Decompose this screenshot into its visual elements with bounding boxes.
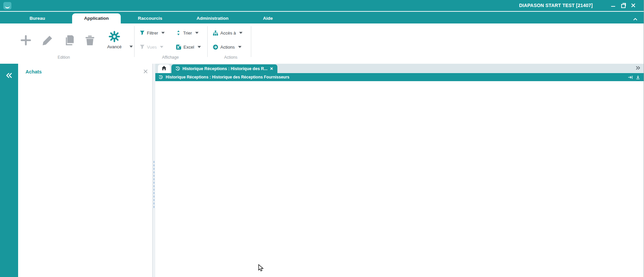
ribbon: Avancé Filtrer Vues Trier Excel Accès à … bbox=[0, 23, 644, 64]
restore-button[interactable] bbox=[620, 2, 626, 8]
edit-button[interactable] bbox=[40, 33, 55, 48]
access-to-button[interactable]: Accès à bbox=[213, 29, 243, 37]
close-button[interactable] bbox=[630, 2, 636, 8]
delete-button[interactable] bbox=[83, 33, 97, 48]
ribbon-separator bbox=[251, 26, 251, 57]
tab-home[interactable] bbox=[158, 64, 170, 73]
menu-tab-raccourcis[interactable]: Raccourcis bbox=[129, 13, 171, 23]
sidebar-title: Achats bbox=[25, 69, 144, 74]
arrow-circle-icon bbox=[213, 44, 218, 50]
history-icon bbox=[159, 75, 163, 79]
menu-tab-aide[interactable]: Aide bbox=[254, 13, 281, 23]
sidebar-panel: Achats bbox=[18, 64, 153, 277]
group-label-actions: Actions bbox=[204, 55, 258, 60]
window-title: DIAPASON START TEST [21407] bbox=[519, 3, 593, 8]
module-rail bbox=[0, 64, 18, 277]
sort-icon bbox=[176, 30, 181, 36]
filter-caret-icon[interactable] bbox=[161, 32, 165, 34]
access-caret-icon[interactable] bbox=[239, 32, 243, 34]
app-window: DIAPASON START TEST [21407] BureauApplic… bbox=[0, 0, 644, 277]
collapse-panel-icon[interactable] bbox=[0, 68, 18, 83]
menu-tab-administration[interactable]: Administration bbox=[188, 13, 237, 23]
document-tab-bar: Historique Réceptions : Historique des R… bbox=[155, 64, 644, 73]
menu-tab-bureau[interactable]: Bureau bbox=[21, 13, 54, 23]
excel-icon bbox=[176, 44, 181, 50]
advanced-caret-icon[interactable] bbox=[129, 46, 133, 48]
actions-caret-icon[interactable] bbox=[238, 46, 241, 48]
views-caret-icon bbox=[160, 46, 163, 48]
advanced-button[interactable]: Avancé bbox=[103, 31, 126, 49]
group-label-affichage: Affichage bbox=[144, 55, 197, 60]
excel-button[interactable]: Excel bbox=[176, 43, 201, 51]
filter-button[interactable]: Filtrer bbox=[140, 29, 165, 37]
history-icon bbox=[175, 66, 180, 71]
title-bar: DIAPASON START TEST [21407] bbox=[0, 0, 644, 11]
menu-bar: BureauApplicationRaccourcisAdministratio… bbox=[0, 11, 644, 23]
funnel-icon bbox=[140, 30, 145, 36]
sidebar-close-icon[interactable] bbox=[144, 69, 148, 75]
export-icon[interactable] bbox=[636, 75, 640, 79]
sort-caret-icon[interactable] bbox=[195, 32, 199, 34]
tab-historique-receptions[interactable]: Historique Réceptions : Historique des R… bbox=[171, 64, 277, 73]
gear-icon bbox=[103, 31, 126, 44]
tab-overflow-icon[interactable] bbox=[635, 65, 640, 71]
app-body: Achats Historique Réceptions : Historiqu… bbox=[0, 64, 644, 277]
ribbon-separator bbox=[134, 26, 135, 57]
excel-caret-icon[interactable] bbox=[198, 46, 201, 48]
home-icon bbox=[161, 65, 167, 72]
minimize-button[interactable] bbox=[610, 2, 616, 8]
main-area: Historique Réceptions : Historique des R… bbox=[155, 64, 644, 277]
funnel-icon bbox=[140, 44, 145, 50]
view-header-band: Historique Réceptions : Historique des R… bbox=[155, 73, 644, 81]
org-chart-icon bbox=[213, 30, 218, 36]
goto-last-icon[interactable] bbox=[628, 75, 633, 79]
view-title: Historique Réceptions : Historique des R… bbox=[166, 75, 625, 79]
ribbon-separator bbox=[207, 26, 208, 57]
add-button[interactable] bbox=[18, 33, 33, 48]
panel-splitter[interactable] bbox=[153, 64, 155, 277]
sort-button[interactable]: Trier bbox=[176, 29, 199, 37]
copy-button[interactable] bbox=[62, 33, 77, 48]
collapse-ribbon-icon[interactable] bbox=[633, 16, 638, 22]
app-logo-icon bbox=[3, 2, 11, 9]
menu-tab-application[interactable]: Application bbox=[72, 13, 121, 23]
tab-close-icon[interactable]: ✕ bbox=[270, 66, 273, 71]
actions-button[interactable]: Actions bbox=[213, 43, 241, 51]
views-button: Vues bbox=[140, 43, 163, 51]
group-label-edition: Edition bbox=[37, 55, 91, 60]
